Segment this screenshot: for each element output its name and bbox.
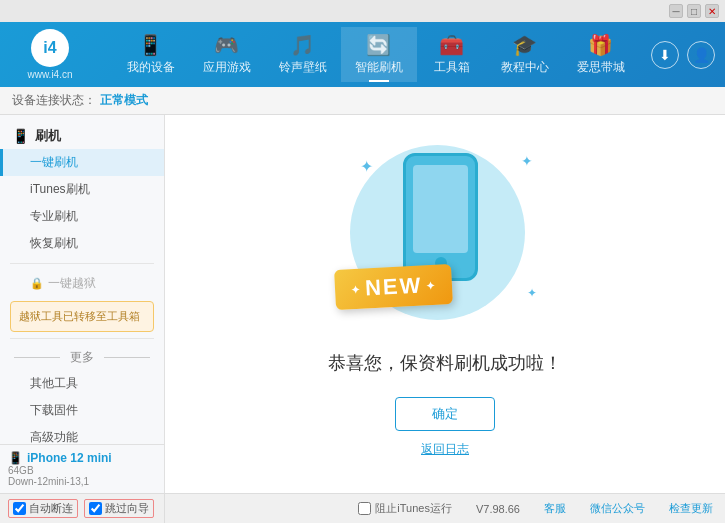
- sparkle-left: ✦: [360, 157, 373, 176]
- sidebar-item-advanced[interactable]: 高级功能: [0, 424, 164, 445]
- sidebar-scroll: 📱 刷机 一键刷机 iTunes刷机 专业刷机 恢复刷机 🔒 一键越狱 越狱工具…: [0, 115, 164, 444]
- sparkle-right: ✦: [521, 153, 533, 169]
- sidebar-item-other-tools[interactable]: 其他工具: [0, 370, 164, 397]
- nav-app-games-label: 应用游戏: [203, 59, 251, 76]
- nav-gift-shop-label: 爱思带城: [577, 59, 625, 76]
- new-badge: ✦NEW✦: [334, 264, 453, 310]
- nav-ringtone[interactable]: 🎵 铃声壁纸: [265, 27, 341, 82]
- nav-app-games[interactable]: 🎮 应用游戏: [189, 27, 265, 82]
- more-line-right: [104, 357, 150, 358]
- body-row: 📱 刷机 一键刷机 iTunes刷机 专业刷机 恢复刷机 🔒 一键越狱 越狱工具…: [0, 115, 725, 493]
- sparkle-bottom: ✦: [527, 286, 537, 300]
- back-home-link[interactable]: 返回日志: [421, 441, 469, 458]
- sidebar-item-download-firmware[interactable]: 下载固件: [0, 397, 164, 424]
- sidebar-item-one-click-flash[interactable]: 一键刷机: [0, 149, 164, 176]
- minimize-btn[interactable]: ─: [669, 4, 683, 18]
- warning-text: 越狱工具已转移至工具箱: [19, 310, 140, 322]
- version-label: V7.98.66: [476, 503, 520, 515]
- status-value: 正常模式: [100, 92, 148, 109]
- skip-wizard-label: 跳过向导: [105, 501, 149, 516]
- more-line-left: [14, 357, 60, 358]
- footer-left: 自动断连 跳过向导: [0, 494, 165, 523]
- nav-smart-flash[interactable]: 🔄 智能刷机: [341, 27, 417, 82]
- title-bar: ─ □ ✕: [0, 0, 725, 22]
- nav-my-device[interactable]: 📱 我的设备: [113, 27, 189, 82]
- device-panel: 📱 iPhone 12 mini 64GB Down-12mini-13,1: [0, 444, 164, 493]
- wechat-link[interactable]: 微信公众号: [590, 501, 645, 516]
- app-window: ─ □ ✕ i4 www.i4.cn 📱 我的设备 🎮 应用游戏 🎵 铃声壁纸 …: [0, 0, 725, 523]
- sidebar: 📱 刷机 一键刷机 iTunes刷机 专业刷机 恢复刷机 🔒 一键越狱 越狱工具…: [0, 115, 165, 493]
- device-storage: 64GB: [8, 465, 156, 476]
- status-label: 设备连接状态：: [12, 92, 96, 109]
- nav-toolbox[interactable]: 🧰 工具箱: [417, 27, 487, 82]
- auto-close-checkbox[interactable]: [13, 502, 26, 515]
- nav-ringtone-icon: 🎵: [290, 33, 315, 57]
- sidebar-item-itunes-flash[interactable]: iTunes刷机: [0, 176, 164, 203]
- device-icon: 📱: [8, 451, 23, 465]
- check-update-link[interactable]: 检查更新: [669, 501, 713, 516]
- stop-itunes[interactable]: 阻止iTunes运行: [358, 501, 452, 516]
- phone-shape: [403, 153, 478, 281]
- flash-section-icon: 📱: [12, 128, 29, 144]
- nav-ringtone-label: 铃声壁纸: [279, 59, 327, 76]
- nav-my-device-icon: 📱: [138, 33, 163, 57]
- status-bar: 设备连接状态： 正常模式: [0, 87, 725, 115]
- device-name: 📱 iPhone 12 mini: [8, 451, 156, 465]
- content-area: ✦ ✦ ✦ ✦NEW✦ 恭喜您，保资料刷机成功啦！ 确定 返回日志: [165, 115, 725, 493]
- sidebar-item-jailbreak: 🔒 一键越狱: [0, 270, 164, 297]
- phone-screen: [413, 165, 468, 253]
- sidebar-item-recovery-flash[interactable]: 恢复刷机: [0, 230, 164, 257]
- nav-gift-shop[interactable]: 🎁 爱思带城: [563, 27, 639, 82]
- auto-close-label: 自动断连: [29, 501, 73, 516]
- jailbreak-label: 一键越狱: [48, 275, 96, 292]
- nav-gift-shop-icon: 🎁: [588, 33, 613, 57]
- customer-service-link[interactable]: 客服: [544, 501, 566, 516]
- nav-app-games-icon: 🎮: [214, 33, 239, 57]
- sidebar-divider-2: [10, 338, 154, 339]
- success-title: 恭喜您，保资料刷机成功啦！: [328, 351, 562, 375]
- success-illustration: ✦ ✦ ✦ ✦NEW✦: [335, 135, 555, 335]
- device-model: Down-12mini-13,1: [8, 476, 156, 487]
- nav-smart-flash-icon: 🔄: [366, 33, 391, 57]
- nav-toolbox-label: 工具箱: [434, 59, 470, 76]
- nav-right-buttons: ⬇ 👤: [651, 41, 715, 69]
- nav-tutorial-icon: 🎓: [512, 33, 537, 57]
- logo[interactable]: i4 www.i4.cn: [10, 29, 90, 80]
- skip-wizard-checkbox[interactable]: [89, 502, 102, 515]
- more-label: 更多: [64, 349, 100, 366]
- nav-smart-flash-label: 智能刷机: [355, 59, 403, 76]
- logo-icon: i4: [31, 29, 69, 67]
- nav-tutorial[interactable]: 🎓 教程中心: [487, 27, 563, 82]
- auto-close-checkbox-label[interactable]: 自动断连: [8, 499, 78, 518]
- nav-bar: 📱 我的设备 🎮 应用游戏 🎵 铃声壁纸 🔄 智能刷机 🧰 工具箱 🎓: [100, 27, 651, 82]
- footer-row: 自动断连 跳过向导 阻止iTunes运行 V7.98.66 客服 微信公众号 检…: [0, 493, 725, 523]
- close-btn[interactable]: ✕: [705, 4, 719, 18]
- flash-section-label: 刷机: [35, 127, 61, 145]
- stop-itunes-checkbox[interactable]: [358, 502, 371, 515]
- nav-toolbox-icon: 🧰: [439, 33, 464, 57]
- sidebar-section-flash: 📱 刷机: [0, 121, 164, 149]
- stop-itunes-label: 阻止iTunes运行: [375, 501, 452, 516]
- header: i4 www.i4.cn 📱 我的设备 🎮 应用游戏 🎵 铃声壁纸 🔄 智能刷机…: [0, 22, 725, 87]
- nav-my-device-label: 我的设备: [127, 59, 175, 76]
- download-btn[interactable]: ⬇: [651, 41, 679, 69]
- sidebar-divider-1: [10, 263, 154, 264]
- skip-wizard-checkbox-label[interactable]: 跳过向导: [84, 499, 154, 518]
- lock-icon: 🔒: [30, 277, 44, 290]
- sidebar-more-header: 更多: [0, 345, 164, 370]
- nav-tutorial-label: 教程中心: [501, 59, 549, 76]
- user-btn[interactable]: 👤: [687, 41, 715, 69]
- footer-right: 阻止iTunes运行 V7.98.66 客服 微信公众号 检查更新: [165, 494, 725, 523]
- sidebar-warning-box: 越狱工具已转移至工具箱: [10, 301, 154, 332]
- logo-subtitle: www.i4.cn: [27, 69, 72, 80]
- sidebar-item-pro-flash[interactable]: 专业刷机: [0, 203, 164, 230]
- maximize-btn[interactable]: □: [687, 4, 701, 18]
- confirm-button[interactable]: 确定: [395, 397, 495, 431]
